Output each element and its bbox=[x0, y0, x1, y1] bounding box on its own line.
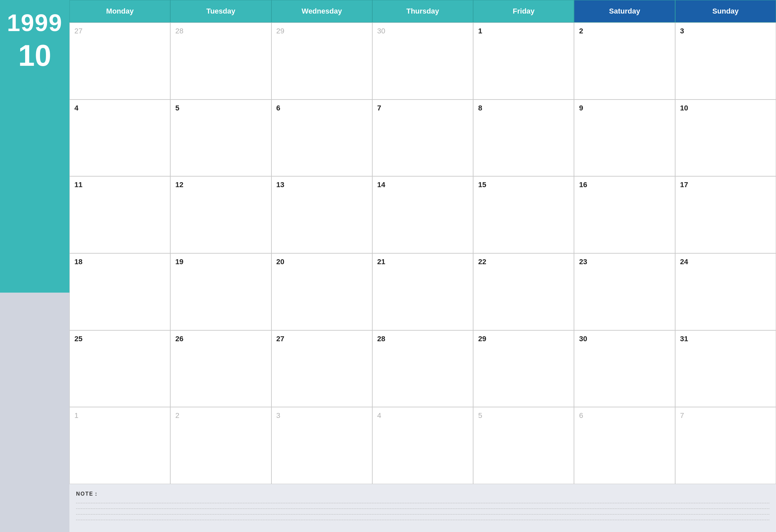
day-cell: 20 bbox=[271, 253, 372, 330]
notes-line-4 bbox=[76, 520, 769, 520]
day-cell: 11 bbox=[69, 176, 170, 253]
header-sunday: Sunday bbox=[675, 0, 776, 22]
sidebar-year: 1999 bbox=[7, 10, 62, 36]
week-row-1: 27 28 29 30 1 2 3 bbox=[69, 22, 776, 100]
day-cell: 31 bbox=[675, 330, 776, 407]
day-cell: 2 bbox=[170, 407, 271, 484]
day-cell: 3 bbox=[271, 407, 372, 484]
day-cell: 4 bbox=[372, 407, 473, 484]
sidebar: 1999 10 October bbox=[0, 0, 69, 532]
day-cell: 12 bbox=[170, 176, 271, 253]
header-wednesday: Wednesday bbox=[271, 0, 372, 22]
sidebar-month-num: 10 bbox=[18, 39, 51, 72]
week-row-4: 18 19 20 21 22 23 24 bbox=[69, 253, 776, 330]
header-monday: Monday bbox=[69, 0, 170, 22]
notes-line-1 bbox=[76, 503, 769, 503]
day-cell: 22 bbox=[473, 253, 574, 330]
day-cell: 18 bbox=[69, 253, 170, 330]
main-content: Monday Tuesday Wednesday Thursday Friday… bbox=[69, 0, 776, 532]
calendar-container: 1999 10 October Monday Tuesday Wednesday… bbox=[0, 0, 776, 532]
notes-section: NOTE： bbox=[69, 484, 776, 532]
day-cell: 24 bbox=[675, 253, 776, 330]
day-cell: 27 bbox=[271, 330, 372, 407]
calendar-grid: Monday Tuesday Wednesday Thursday Friday… bbox=[69, 0, 776, 484]
day-cell: 10 bbox=[675, 100, 776, 177]
day-cell: 29 bbox=[473, 330, 574, 407]
week-row-6: 1 2 3 4 5 6 7 bbox=[69, 407, 776, 484]
day-cell: 25 bbox=[69, 330, 170, 407]
day-cell: 4 bbox=[69, 100, 170, 177]
day-cell: 14 bbox=[372, 176, 473, 253]
week-row-3: 11 12 13 14 15 16 17 bbox=[69, 176, 776, 253]
day-cell: 23 bbox=[574, 253, 675, 330]
day-cell: 28 bbox=[170, 22, 271, 100]
day-cell: 19 bbox=[170, 253, 271, 330]
day-cell: 8 bbox=[473, 100, 574, 177]
header-thursday: Thursday bbox=[372, 0, 473, 22]
day-cell: 13 bbox=[271, 176, 372, 253]
week-row-2: 4 5 6 7 8 9 10 bbox=[69, 100, 776, 177]
day-cell: 6 bbox=[574, 407, 675, 484]
day-cell: 1 bbox=[473, 22, 574, 100]
day-cell: 15 bbox=[473, 176, 574, 253]
day-cell: 5 bbox=[473, 407, 574, 484]
day-cell: 6 bbox=[271, 100, 372, 177]
header-saturday: Saturday bbox=[574, 0, 675, 22]
day-cell: 7 bbox=[675, 407, 776, 484]
notes-line-2 bbox=[76, 509, 769, 509]
day-cell: 1 bbox=[69, 407, 170, 484]
day-cell: 21 bbox=[372, 253, 473, 330]
day-cell: 26 bbox=[170, 330, 271, 407]
day-cell: 17 bbox=[675, 176, 776, 253]
day-cell: 27 bbox=[69, 22, 170, 100]
day-cell: 9 bbox=[574, 100, 675, 177]
sidebar-month-name: October bbox=[8, 82, 61, 98]
day-cell: 5 bbox=[170, 100, 271, 177]
day-cell: 30 bbox=[574, 330, 675, 407]
day-cell: 30 bbox=[372, 22, 473, 100]
notes-label: NOTE： bbox=[76, 491, 769, 498]
week-row-5: 25 26 27 28 29 30 31 bbox=[69, 330, 776, 407]
day-cell: 16 bbox=[574, 176, 675, 253]
weeks-container: 27 28 29 30 1 2 3 4 5 6 7 8 9 10 bbox=[69, 22, 776, 484]
day-cell: 28 bbox=[372, 330, 473, 407]
day-cell: 3 bbox=[675, 22, 776, 100]
header-friday: Friday bbox=[473, 0, 574, 22]
day-cell: 29 bbox=[271, 22, 372, 100]
day-headers: Monday Tuesday Wednesday Thursday Friday… bbox=[69, 0, 776, 22]
day-cell: 7 bbox=[372, 100, 473, 177]
notes-line-3 bbox=[76, 514, 769, 515]
header-tuesday: Tuesday bbox=[170, 0, 271, 22]
day-cell: 2 bbox=[574, 22, 675, 100]
